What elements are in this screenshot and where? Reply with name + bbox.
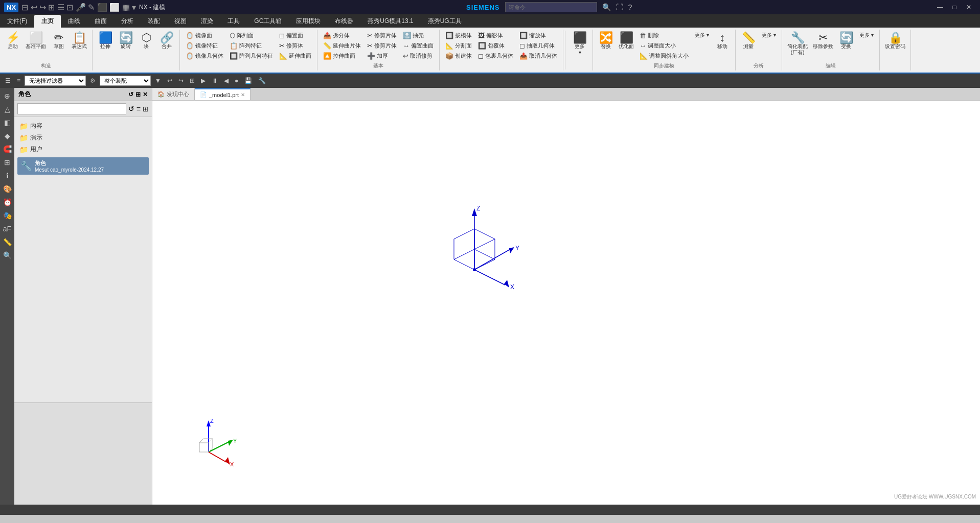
tool-remove-params[interactable]: ✂ 移除参数 xyxy=(811,31,835,51)
tool-extrude-surface[interactable]: 🔼拉伸曲面 xyxy=(321,51,363,61)
sidebar-icon-7[interactable]: 🎨 xyxy=(1,183,14,195)
tool-set-password[interactable]: 🔒 设置密码 xyxy=(883,31,907,51)
tool-trim-patch[interactable]: ✂修剪片体 xyxy=(364,31,399,40)
tool-extrude[interactable]: 🟦 拉伸 xyxy=(96,31,115,51)
menu-view[interactable]: 视图 xyxy=(167,15,194,28)
menu-apps[interactable]: 应用模块 xyxy=(289,15,328,28)
panel-grid-icon[interactable]: ⊞ xyxy=(143,105,149,113)
sidebar-icon-0[interactable]: ⊕ xyxy=(1,90,14,102)
tool-scale[interactable]: 🔲缩放体 xyxy=(517,31,560,40)
panel-reset-icon[interactable]: ↺ xyxy=(128,91,133,98)
menu-home[interactable]: 主页 xyxy=(34,15,61,28)
filter-settings-icon[interactable]: ⚙ xyxy=(88,76,98,85)
tool-extend-surface[interactable]: 📐延伸曲面 xyxy=(277,51,314,61)
assembly-dropdown[interactable]: 整个装配 xyxy=(100,76,151,86)
viewport[interactable]: Z Y X xyxy=(152,101,980,505)
tool-optimize[interactable]: ⬛ 优化面 xyxy=(617,31,636,51)
menu-file[interactable]: 文件(F) xyxy=(0,15,34,28)
folder-demo[interactable]: 📁 演示 xyxy=(17,132,149,144)
tool-more-edit2[interactable]: 更多 ▾ xyxy=(857,31,876,40)
panel-close-icon[interactable]: ✕ xyxy=(143,91,148,98)
menu-icon[interactable]: ☰ xyxy=(3,76,13,85)
tool-extract-geo[interactable]: ◻抽取几何体 xyxy=(517,41,560,51)
menu-assembly[interactable]: 装配 xyxy=(141,15,167,28)
menu-routing[interactable]: 布线器 xyxy=(328,15,360,28)
panel-search-input[interactable] xyxy=(17,103,126,114)
menu-surface[interactable]: 曲面 xyxy=(87,15,114,28)
play-icon[interactable]: ▶ xyxy=(199,76,208,85)
tool-draft[interactable]: 🔲拔模体 xyxy=(443,31,474,40)
snap-icon[interactable]: ▼ xyxy=(153,76,163,85)
menu-yanxiu2[interactable]: 燕秀UG工具 xyxy=(421,15,469,28)
tool-pattern-face[interactable]: ⬡阵列面 xyxy=(227,31,276,40)
tool-extend-patch[interactable]: 📏延伸曲片体 xyxy=(321,41,363,51)
tool-transform[interactable]: 🔄 变换 xyxy=(836,31,856,51)
tool-more-edit[interactable]: 更多 ▾ xyxy=(692,31,712,40)
tool-shadow[interactable]: 🖼偏影体 xyxy=(475,31,516,40)
sidebar-icon-3[interactable]: ◆ xyxy=(1,130,14,142)
sidebar-icon-12[interactable]: 🔍 xyxy=(1,249,14,262)
panel-selected-item[interactable]: 🔧 角色 Mesut cao_myrole-2024.12.27 xyxy=(17,157,149,175)
tool-mirror-geo[interactable]: 🪞镜像几何体 xyxy=(183,51,226,61)
global-search-input[interactable] xyxy=(505,2,597,12)
tool-expression[interactable]: 📋 表达式 xyxy=(70,31,89,51)
tool-combine[interactable]: 🔗 合并 xyxy=(157,31,176,51)
panel-refresh-icon[interactable]: ↺ xyxy=(128,105,134,113)
menu-tools[interactable]: 工具 xyxy=(220,15,247,28)
filter-dropdown[interactable]: 无选择过滤器 xyxy=(25,76,86,86)
settings-icon[interactable]: 🔧 xyxy=(256,76,268,85)
tab-discovery[interactable]: 🏠 发现中心 xyxy=(152,88,195,100)
tool-pattern-geo[interactable]: 🔲阵列几何特征 xyxy=(227,51,276,61)
sidebar-icon-9[interactable]: 🎭 xyxy=(1,209,14,222)
tool-measure[interactable]: 📏 测量 xyxy=(739,31,758,51)
sidebar-icon-2[interactable]: ◧ xyxy=(1,116,14,129)
tool-pattern-feature[interactable]: 📋阵列特征 xyxy=(227,41,276,51)
tool-revolve[interactable]: 🔄 旋转 xyxy=(116,31,135,51)
tool-block[interactable]: ⬡ 块 xyxy=(136,31,156,51)
undo-icon[interactable]: ↩ xyxy=(165,76,174,85)
sidebar-icon-1[interactable]: △ xyxy=(1,103,14,115)
tool-adjust-size[interactable]: ↔调整面大小 xyxy=(637,41,691,51)
tool-more-analysis[interactable]: 更多 ▾ xyxy=(759,31,779,40)
tool-offset-surface[interactable]: ↔偏置曲面 xyxy=(400,41,436,51)
tab-model-close[interactable]: ✕ xyxy=(241,92,245,98)
tool-extract-feature[interactable]: 📤取消几何体 xyxy=(517,51,560,61)
sidebar-icon-11[interactable]: 📏 xyxy=(1,236,14,248)
folder-content[interactable]: 📁 内容 xyxy=(17,120,149,132)
search-icon[interactable]: 🔍 xyxy=(602,3,611,11)
tool-sketch[interactable]: ✏ 草图 xyxy=(49,31,69,51)
sidebar-icon-5[interactable]: ⊞ xyxy=(1,156,14,169)
tool-datum-plane[interactable]: ⬜ 基准平面 xyxy=(24,31,48,51)
menu-render[interactable]: 渲染 xyxy=(194,15,220,28)
tool-thicken[interactable]: ➕加厚 xyxy=(364,51,399,61)
sidebar-icon-8[interactable]: ⏰ xyxy=(1,196,14,208)
menu-yanxiu1[interactable]: 燕秀UG模具13.1 xyxy=(360,15,420,28)
redo-icon[interactable]: ↪ xyxy=(176,76,186,85)
tool-mirror-feature[interactable]: 🪞镜像特征 xyxy=(183,41,226,51)
sidebar-icon-10[interactable]: aF xyxy=(1,223,14,235)
expand-icon[interactable]: ⛶ xyxy=(616,3,623,11)
tool-wrap-geo[interactable]: ◻包裹几何体 xyxy=(475,51,516,61)
menu-gc[interactable]: GC工具箱 xyxy=(247,15,289,28)
tool-simplify-assembly[interactable]: 🔧 简化装配(厂有) xyxy=(785,31,810,57)
menu-analysis[interactable]: 分析 xyxy=(114,15,141,28)
tool-mirror-face[interactable]: 🪞镜像面 xyxy=(183,31,226,40)
tab-model[interactable]: 📄 _model1.prt ✕ xyxy=(195,88,250,100)
back-icon[interactable]: ◀ xyxy=(222,76,231,85)
tool-delete[interactable]: 🗑删除 xyxy=(637,31,691,40)
panel-layout-icon[interactable]: ⊞ xyxy=(135,91,141,98)
folder-user[interactable]: 📁 用户 xyxy=(17,144,149,155)
tool-shell[interactable]: 🔝抽壳 xyxy=(400,31,436,40)
tool-trim-body[interactable]: ✂修剪体 xyxy=(277,41,314,51)
sidebar-icon-6[interactable]: ℹ xyxy=(1,170,14,182)
tool-launch[interactable]: ⚡ 启动 xyxy=(3,31,22,51)
save-icon[interactable]: 💾 xyxy=(242,76,254,85)
sidebar-icon-4[interactable]: 🧲 xyxy=(1,143,14,155)
maximize-button[interactable]: □ xyxy=(947,0,962,14)
tool-split-face[interactable]: 📐分割面 xyxy=(443,41,474,51)
tool-replace[interactable]: 🔀 替换 xyxy=(596,31,616,51)
tool-trim-patch2[interactable]: ✂修剪片体 xyxy=(364,41,399,51)
tool-create-body[interactable]: 📦创建体 xyxy=(443,51,474,61)
record-icon[interactable]: ● xyxy=(233,76,240,85)
minimize-button[interactable]: — xyxy=(933,0,947,14)
